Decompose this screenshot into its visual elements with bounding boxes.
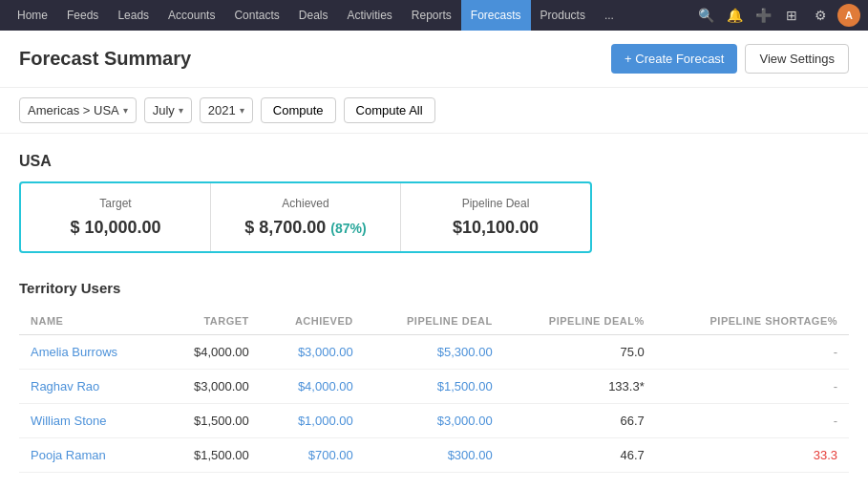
main-content: USA Target $ 10,000.00 Achieved $ 8,700.…	[0, 134, 868, 489]
user-pipeline-deal-pct: 133.3*	[504, 370, 656, 404]
achieved-pct: (87%)	[330, 221, 366, 236]
filters-bar: Americas > USA ▾ July ▾ 2021 ▾ Compute C…	[0, 88, 868, 134]
search-icon[interactable]: 🔍	[694, 4, 717, 27]
user-name[interactable]: William Stone	[19, 404, 160, 438]
nav-leads[interactable]: Leads	[108, 0, 159, 31]
user-name[interactable]: Pooja Raman	[19, 438, 160, 473]
nav-activities[interactable]: Activities	[337, 0, 401, 31]
target-value: $ 10,000.00	[40, 218, 191, 238]
user-pipeline-deal-pct: 46.7	[504, 438, 656, 473]
user-pipeline-deal: $3,000.00	[365, 404, 504, 438]
achieved-label: Achieved	[230, 197, 381, 210]
grid-icon[interactable]: ⊞	[780, 4, 803, 27]
user-achieved: $4,000.00	[261, 370, 365, 404]
month-filter[interactable]: July ▾	[144, 97, 192, 123]
user-achieved: $700.00	[261, 438, 365, 473]
target-metric: Target $ 10,000.00	[21, 183, 211, 251]
nav-more[interactable]: ...	[595, 0, 624, 31]
territory-dropdown-arrow: ▾	[123, 105, 128, 116]
col-pipeline-shortage-pct: PIPELINE SHORTAGE%	[656, 308, 849, 335]
user-shortage-pct: 33.3	[656, 438, 849, 473]
nav-deals[interactable]: Deals	[289, 0, 338, 31]
table-header-row: NAME TARGET ACHIEVED PIPELINE DEAL PIPEL…	[19, 308, 849, 335]
table-row: Raghav Rao$3,000.00$4,000.00$1,500.00133…	[19, 370, 849, 404]
user-shortage-pct: -	[656, 404, 849, 438]
target-label: Target	[40, 197, 191, 210]
user-name[interactable]: Amelia Burrows	[19, 335, 160, 370]
nav-home[interactable]: Home	[8, 0, 57, 31]
territory-table: NAME TARGET ACHIEVED PIPELINE DEAL PIPEL…	[19, 308, 849, 473]
user-target: $1,500.00	[160, 404, 261, 438]
header-actions: + Create Forecast View Settings	[611, 44, 849, 74]
achieved-value: $ 8,700.00 (87%)	[230, 218, 381, 238]
bell-icon[interactable]: 🔔	[723, 4, 746, 27]
user-pipeline-deal: $1,500.00	[365, 370, 504, 404]
territory-title: Territory Users	[19, 280, 849, 296]
pipeline-deal-metric: Pipeline Deal $10,100.00	[401, 183, 590, 251]
settings-icon[interactable]: ⚙	[809, 4, 832, 27]
nav-contacts[interactable]: Contacts	[224, 0, 288, 31]
col-achieved: ACHIEVED	[261, 308, 365, 335]
nav-reports[interactable]: Reports	[402, 0, 461, 31]
user-target: $4,000.00	[160, 335, 261, 370]
user-shortage-pct: -	[656, 335, 849, 370]
create-forecast-button[interactable]: + Create Forecast	[611, 44, 737, 74]
year-filter[interactable]: 2021 ▾	[200, 97, 253, 123]
table-row: William Stone$1,500.00$1,000.00$3,000.00…	[19, 404, 849, 438]
nav-products[interactable]: Products	[531, 0, 595, 31]
user-pipeline-deal-pct: 66.7	[504, 404, 656, 438]
col-pipeline-deal-pct: PIPELINE DEAL%	[504, 308, 656, 335]
region-title: USA	[19, 153, 849, 170]
col-name: NAME	[19, 308, 160, 335]
user-pipeline-deal: $300.00	[365, 438, 504, 473]
user-pipeline-deal-pct: 75.0	[504, 335, 656, 370]
col-pipeline-deal: PIPELINE DEAL	[365, 308, 504, 335]
territory-filter[interactable]: Americas > USA ▾	[19, 97, 137, 123]
topnav: Home Feeds Leads Accounts Contacts Deals…	[0, 0, 868, 31]
page: Forecast Summary + Create Forecast View …	[0, 31, 868, 489]
summary-card: Target $ 10,000.00 Achieved $ 8,700.00 (…	[19, 181, 592, 253]
col-target: TARGET	[160, 308, 261, 335]
view-settings-button[interactable]: View Settings	[745, 44, 849, 74]
table-row: Amelia Burrows$4,000.00$3,000.00$5,300.0…	[19, 335, 849, 370]
nav-accounts[interactable]: Accounts	[159, 0, 224, 31]
compute-button[interactable]: Compute	[261, 97, 336, 123]
pipeline-deal-value: $10,100.00	[420, 218, 571, 238]
user-achieved: $1,000.00	[261, 404, 365, 438]
user-name[interactable]: Raghav Rao	[19, 370, 160, 404]
user-target: $3,000.00	[160, 370, 261, 404]
nav-forecasts[interactable]: Forecasts	[461, 0, 531, 31]
month-dropdown-arrow: ▾	[179, 105, 183, 116]
avatar[interactable]: A	[837, 4, 860, 27]
page-header: Forecast Summary + Create Forecast View …	[0, 31, 868, 88]
page-title: Forecast Summary	[19, 48, 191, 70]
user-achieved: $3,000.00	[261, 335, 365, 370]
user-target: $1,500.00	[160, 438, 261, 473]
pipeline-deal-label: Pipeline Deal	[420, 197, 571, 210]
year-dropdown-arrow: ▾	[240, 105, 244, 116]
topnav-icons: 🔍 🔔 ➕ ⊞ ⚙ A	[694, 4, 860, 27]
user-shortage-pct: -	[656, 370, 849, 404]
nav-feeds[interactable]: Feeds	[57, 0, 108, 31]
add-icon[interactable]: ➕	[752, 4, 774, 27]
table-row: Pooja Raman$1,500.00$700.00$300.0046.733…	[19, 438, 849, 473]
compute-all-button[interactable]: Compute All	[344, 97, 435, 123]
achieved-metric: Achieved $ 8,700.00 (87%)	[211, 183, 401, 251]
user-pipeline-deal: $5,300.00	[365, 335, 504, 370]
